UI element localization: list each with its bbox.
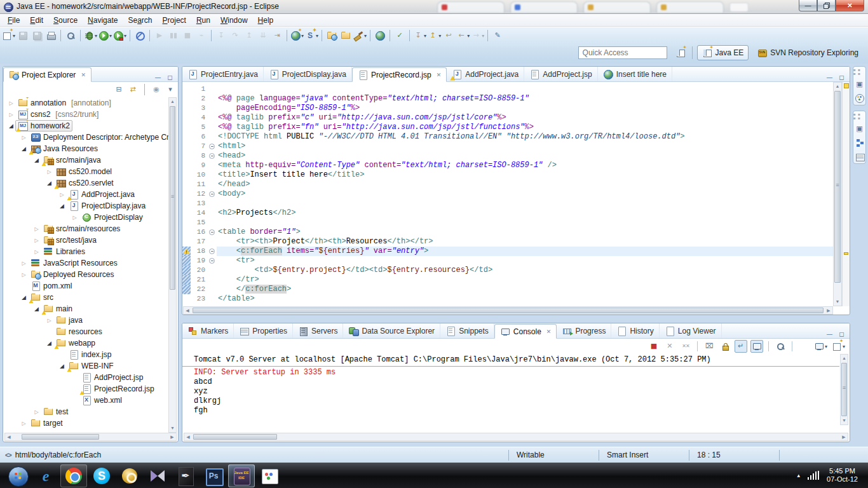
tree-item-src[interactable]: ◢src <box>4 292 168 303</box>
dropdown-arrow-icon[interactable]: ▾ <box>424 33 426 39</box>
tree-item-web-inf[interactable]: ◢WEB-INF <box>4 360 168 372</box>
tree-item-src-main-resources[interactable]: ▷src/main/resources <box>4 223 168 234</box>
dropdown-arrow-icon[interactable]: ▾ <box>316 33 318 39</box>
scrollbar-thumb[interactable] <box>193 308 824 313</box>
editor-horizontal-scrollbar[interactable]: ◀ ▶ <box>183 306 833 315</box>
back-button[interactable]: ←▾ <box>456 29 470 43</box>
tree-item-cs520-servlet[interactable]: ◢cs520.servlet <box>4 177 168 189</box>
scroll-down-icon[interactable]: ▼ <box>169 424 176 432</box>
tree-item-annotation[interactable]: ▷✦annotation[annotation] <box>4 97 168 109</box>
dropdown-arrow-icon[interactable]: ▾ <box>301 33 304 39</box>
word-wrap-button[interactable]: ↵ <box>735 340 747 353</box>
console-vertical-scrollbar[interactable]: ▲ ▼ <box>840 354 848 425</box>
scrollbar-thumb[interactable] <box>193 434 277 440</box>
collapsed-arrow-icon[interactable]: ▷ <box>20 421 28 426</box>
scroll-up-icon[interactable]: ▲ <box>834 83 841 90</box>
editor-tab-addproject-jsp[interactable]: AddProject.jsp <box>524 67 597 81</box>
taskbar-photoshop[interactable] <box>200 464 227 487</box>
scroll-down-icon[interactable]: ▼ <box>841 417 848 424</box>
export-resource-button[interactable] <box>339 29 353 43</box>
mark-occurrences-button[interactable]: ✎ <box>491 29 505 43</box>
last-edit-location-button[interactable]: ↩ <box>442 29 456 43</box>
tree-item-test[interactable]: ▷test <box>4 406 168 417</box>
menu-source[interactable]: Source <box>48 15 83 26</box>
style-brush-button[interactable]: ▾ <box>353 29 367 43</box>
tree-item-addproject-jsp[interactable]: AddProject.jsp <box>4 372 168 383</box>
tree-item-main[interactable]: ◢main <box>4 303 168 315</box>
window-restore-button[interactable] <box>817 0 836 11</box>
collapsed-arrow-icon[interactable]: ▷ <box>58 192 66 198</box>
tree-item-deployed-resources[interactable]: ▷Deployed Resources <box>4 269 168 280</box>
view-tab-properties[interactable]: Properties <box>234 323 293 338</box>
tree-item-homework2[interactable]: ◢✦homework2 <box>4 120 168 132</box>
focus-task-button[interactable]: ◉ <box>151 85 161 95</box>
collapsed-arrow-icon[interactable]: ▷ <box>45 169 53 175</box>
overview-warning-marker-icon[interactable] <box>844 252 848 255</box>
dropdown-arrow-icon[interactable]: ▾ <box>843 344 845 349</box>
minimize-view-button[interactable]: — <box>825 329 834 338</box>
tree-item-projectrecord-jsp[interactable]: ProjectRecord.jsp <box>4 383 168 395</box>
dropdown-arrow-icon[interactable]: ▾ <box>825 344 827 349</box>
new-web-project-button[interactable]: ✦▾ <box>290 29 304 43</box>
tree-item-deployment-descriptor-archetype-created-web-application[interactable]: ▷Deployment Descriptor: Archetype Create… <box>4 132 168 143</box>
network-signal-icon[interactable] <box>808 471 819 480</box>
drag-grip-icon[interactable]: ■ ■ ■ ■ <box>853 112 865 120</box>
menu-help[interactable]: Help <box>253 15 279 26</box>
open-task-button[interactable] <box>64 29 78 43</box>
dropdown-arrow-icon[interactable]: ▾ <box>438 33 441 39</box>
scroll-right-icon[interactable]: ▶ <box>168 433 176 440</box>
editor-tab-projectrecord-jsp[interactable]: ProjectRecord.jsp✕ <box>352 67 447 82</box>
expanded-arrow-icon[interactable]: ◢ <box>32 157 41 163</box>
new-server-button[interactable]: S✦▾ <box>304 29 319 43</box>
web-browser-button[interactable] <box>373 29 387 43</box>
show-hidden-icons-icon[interactable]: ▴ <box>797 472 801 478</box>
view-tab-data-source-explorer[interactable]: Data Source Explorer <box>343 323 440 338</box>
explorer-vertical-scrollbar[interactable]: ▲ ▼ <box>168 97 177 433</box>
menu-run[interactable]: Run <box>191 15 215 26</box>
dropdown-arrow-icon[interactable]: ▾ <box>109 33 112 39</box>
menu-edit[interactable]: Edit <box>25 15 48 26</box>
menu-project[interactable]: Project <box>158 15 191 26</box>
editor-tab-insert-title-here[interactable]: Insert title here <box>598 67 672 81</box>
tree-item-csns2[interactable]: ▷✦csns2[csns2/trunk] <box>4 109 168 120</box>
minimize-view-button[interactable]: — <box>154 72 162 81</box>
scrollbar-thumb[interactable] <box>170 106 175 290</box>
close-icon[interactable]: ✕ <box>81 72 86 78</box>
taskbar-start[interactable] <box>4 464 31 487</box>
scroll-down-icon[interactable]: ▼ <box>834 298 841 306</box>
window-minimize-button[interactable]: — <box>799 0 817 11</box>
collapsed-arrow-icon[interactable]: ▷ <box>32 409 41 415</box>
view-tab-log-viewer[interactable]: Log Viewer <box>660 323 722 338</box>
tree-item-web-xml[interactable]: web.xml <box>4 395 168 406</box>
tree-item-target[interactable]: ▷target <box>4 417 168 429</box>
expanded-arrow-icon[interactable]: ◢ <box>20 146 28 152</box>
close-icon[interactable]: ✕ <box>546 329 552 335</box>
tree-item-resources[interactable]: resources <box>4 326 168 337</box>
expanded-arrow-icon[interactable]: ◢ <box>7 123 15 129</box>
tree-item-webapp[interactable]: ◢webapp <box>4 337 168 349</box>
view-tab-history[interactable]: History <box>611 323 659 338</box>
dropdown-arrow-icon[interactable]: ▾ <box>95 33 97 39</box>
scroll-up-icon[interactable]: ▲ <box>841 355 848 362</box>
collapsed-arrow-icon[interactable]: ▷ <box>32 249 41 255</box>
taskbar-eclipse-javaee[interactable] <box>228 464 255 487</box>
taskbar-chrome[interactable] <box>60 464 87 487</box>
project-tree[interactable]: ▷✦annotation[annotation]▷✦csns2[csns2/tr… <box>4 97 168 433</box>
collapsed-arrow-icon[interactable]: ▷ <box>32 226 41 232</box>
external-tools-button[interactable]: ▾ <box>112 29 127 43</box>
collapse-fold-icon[interactable] <box>209 229 215 235</box>
editor-vertical-scrollbar[interactable]: ▲ ▼ <box>833 82 842 306</box>
expanded-arrow-icon[interactable]: ◢ <box>58 203 66 209</box>
dropdown-arrow-icon[interactable]: ▾ <box>482 33 484 39</box>
run-button[interactable]: ▾ <box>98 29 112 43</box>
remove-launch-button[interactable]: ✕ <box>663 340 676 353</box>
scroll-left-icon[interactable]: ◀ <box>184 433 192 440</box>
tree-item-projectdisplay-java[interactable]: ◢ProjectDisplay.java <box>4 200 168 212</box>
next-annotation-button[interactable]: ↧▾ <box>412 29 427 43</box>
taskbar-skype[interactable] <box>88 464 115 487</box>
collapsed-arrow-icon[interactable]: ▷ <box>45 318 53 323</box>
import-resource-button[interactable] <box>325 29 339 43</box>
tree-item-addproject-java[interactable]: ▷AddProject.java <box>4 189 168 200</box>
tree-item-projectdisplay[interactable]: ▷ProjectDisplay <box>4 212 168 223</box>
editor-tab-addproject-java[interactable]: AddProject.java <box>447 67 524 81</box>
